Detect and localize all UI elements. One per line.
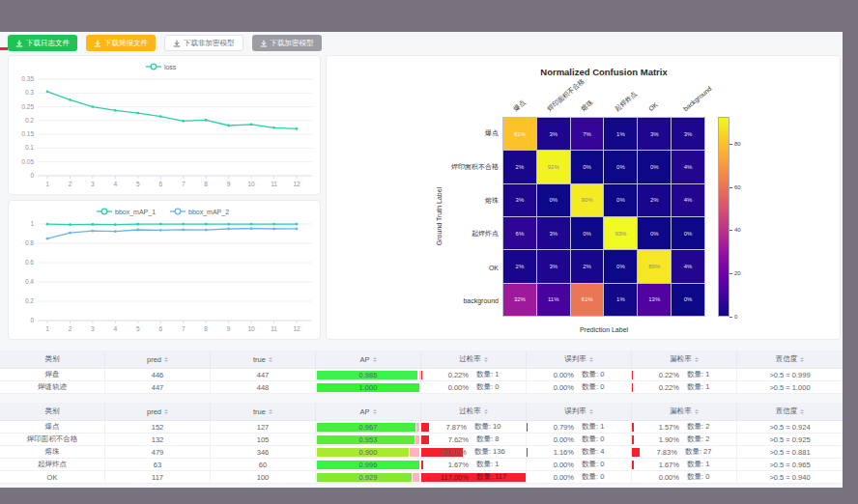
cell-text: >0.5 = 0.940	[769, 473, 810, 482]
legend-bbox_mAP_1[interactable]: bbox_mAP_1	[97, 209, 156, 216]
cell-ap: 0.953	[316, 434, 421, 445]
svg-text:10: 10	[247, 181, 255, 187]
cell-text: 数量: 1	[582, 422, 604, 432]
col-header-label: pred	[147, 407, 161, 416]
col-header-误判率[interactable]: 误判率	[527, 403, 632, 420]
rate-bar	[421, 461, 423, 469]
cell-confidence: >0.5 = 0.965	[737, 459, 843, 470]
rate-bar	[527, 423, 528, 432]
col-header-误判率[interactable]: 误判率	[527, 350, 632, 368]
button-label: 下载简报文件	[104, 40, 148, 47]
cell-ap: 1.000	[316, 381, 421, 393]
cell-text: 数量: 10	[474, 422, 501, 432]
rate-bar	[632, 383, 633, 392]
svg-text:0.35: 0.35	[21, 75, 34, 82]
cell-true: 447	[211, 369, 316, 380]
cell-ap: 0.986	[316, 369, 421, 380]
cell-overcheck-rate: 7.62%数量: 8	[421, 434, 527, 445]
table-header-row: 类别predtrueAP过检率误判率漏检率置信度	[0, 403, 843, 421]
cell-text: 数量: 0	[582, 460, 604, 469]
col-header-true[interactable]: true	[211, 403, 316, 420]
cm-cell-2-0: 3%	[503, 184, 536, 216]
col-header-置信度[interactable]: 置信度	[737, 350, 843, 368]
cell-misjudge-rate: 0.00%数量: 0	[527, 434, 632, 445]
table-row: 起焊炸点63600.9961.67%数量: 10.00%数量: 01.67%数量…	[0, 459, 843, 471]
svg-text:0: 0	[30, 317, 34, 323]
svg-text:3: 3	[91, 325, 95, 332]
cm-cell-0-2: 7%	[571, 118, 604, 150]
cell-text: 0.00%	[554, 371, 574, 379]
svg-text:0.05: 0.05	[21, 158, 34, 165]
cell-text: 数量: 1	[687, 370, 709, 379]
cell-text: 1.67%	[448, 461, 469, 469]
cell-text: 105	[257, 435, 270, 444]
cell-pred: 447	[105, 381, 211, 393]
col-header-pred[interactable]: pred	[105, 350, 211, 368]
svg-text:11: 11	[271, 181, 277, 187]
download-unencrypted-model-button[interactable]: 下载非加密模型	[164, 35, 243, 51]
cell-text: 焊盘	[45, 370, 60, 379]
cell-pred: 152	[105, 421, 211, 433]
col-header-类别: 类别	[0, 350, 105, 368]
cm-cell-5-3: 1%	[604, 284, 637, 316]
cell-misscheck-rate: 0.22%数量: 1	[632, 381, 737, 393]
legend-loss[interactable]: loss	[146, 64, 177, 70]
colorbar-tick-label: 20	[734, 270, 741, 276]
cell-overcheck-rate: 0.00%数量: 0	[421, 381, 527, 393]
svg-text:0.25: 0.25	[21, 103, 34, 110]
svg-text:1: 1	[45, 325, 49, 332]
cell-text: 7.83%	[657, 448, 677, 457]
col-header-label: AP	[359, 355, 369, 364]
col-header-AP[interactable]: AP	[316, 350, 421, 368]
cell-text: 数量: 1	[476, 460, 499, 469]
download-report-file-button[interactable]: 下载简报文件	[86, 35, 156, 51]
svg-text:0.1: 0.1	[25, 144, 34, 151]
col-header-label: 漏检率	[670, 354, 692, 364]
cm-cell-5-2: 61%	[571, 284, 604, 316]
cell-text: 数量: 0	[687, 472, 709, 482]
cm-cell-3-1: 3%	[537, 217, 570, 249]
col-header-漏检率[interactable]: 漏检率	[632, 403, 737, 420]
cell-text: 0.79%	[554, 423, 574, 432]
cell-text: 爆点	[45, 422, 60, 432]
col-header-过检率[interactable]: 过检率	[421, 350, 527, 368]
cm-cell-0-5: 3%	[672, 118, 704, 150]
table-row: 熔珠4793460.90039.42%数量: 1361.16%数量: 47.83…	[0, 446, 843, 459]
download-encrypted-model-button[interactable]: 下载加密模型	[252, 35, 322, 51]
svg-text:7: 7	[182, 181, 186, 187]
col-header-漏检率[interactable]: 漏检率	[632, 350, 737, 368]
cell-text: 0.00%	[448, 383, 469, 392]
cell-text: 数量: 1	[687, 460, 709, 469]
cm-cell-0-0: 81%	[503, 118, 536, 150]
cell-text: 0.00%	[554, 473, 574, 482]
cm-row-label: 熔珠	[394, 196, 499, 206]
cell-pred: 479	[105, 446, 211, 458]
cell-text: 数量: 2	[687, 434, 709, 444]
cm-cell-1-4: 0%	[638, 151, 671, 182]
loss-chart-card: 00.050.10.150.20.250.30.3512345678910111…	[8, 55, 321, 195]
download-log-file-button[interactable]: 下载日志文件	[8, 35, 77, 51]
col-header-pred[interactable]: pred	[105, 403, 211, 420]
svg-text:0.8: 0.8	[25, 239, 34, 246]
cell-text: 60	[259, 461, 267, 469]
cell-true: 127	[211, 421, 316, 433]
col-header-置信度[interactable]: 置信度	[737, 403, 843, 420]
legend-bbox_mAP_2[interactable]: bbox_mAP_2	[170, 209, 229, 216]
cell-pred: 117	[105, 471, 211, 483]
svg-text:12: 12	[293, 181, 300, 187]
page-content: 下载日志文件下载简报文件下载非加密模型下载加密模型 00.050.10.150.…	[0, 32, 843, 488]
colorbar-tick-mark	[729, 187, 732, 188]
cell-text: 479	[152, 448, 164, 457]
sort-icon	[164, 357, 168, 362]
col-header-AP[interactable]: AP	[316, 403, 421, 420]
cell-true: 448	[211, 381, 316, 393]
cell-text: 起焊炸点	[38, 460, 67, 469]
cm-cell-4-2: 2%	[571, 250, 604, 282]
cell-text: 0.900	[359, 448, 378, 457]
cell-text: 0.986	[359, 371, 378, 379]
cm-cell-2-4: 2%	[638, 184, 671, 216]
colorbar-tick-label: 60	[734, 184, 741, 190]
col-header-过检率[interactable]: 过检率	[421, 403, 527, 420]
col-header-true[interactable]: true	[211, 350, 316, 368]
svg-text:5: 5	[136, 325, 140, 332]
